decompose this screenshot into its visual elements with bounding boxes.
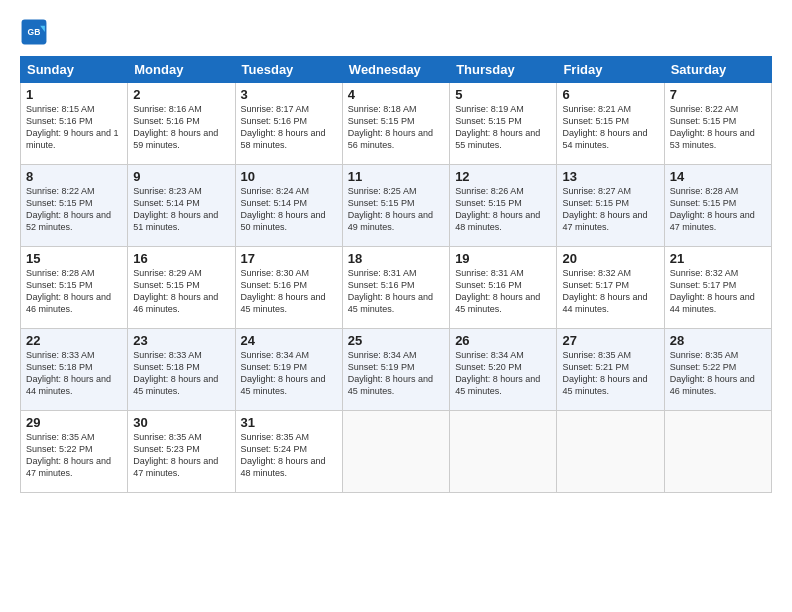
day-cell: 14 Sunrise: 8:28 AMSunset: 5:15 PMDaylig… [664, 165, 771, 247]
day-info: Sunrise: 8:35 AMSunset: 5:22 PMDaylight:… [26, 431, 122, 480]
day-info: Sunrise: 8:32 AMSunset: 5:17 PMDaylight:… [670, 267, 766, 316]
day-info: Sunrise: 8:19 AMSunset: 5:15 PMDaylight:… [455, 103, 551, 152]
day-number: 4 [348, 87, 444, 102]
day-number: 12 [455, 169, 551, 184]
day-info: Sunrise: 8:34 AMSunset: 5:19 PMDaylight:… [348, 349, 444, 398]
day-info: Sunrise: 8:32 AMSunset: 5:17 PMDaylight:… [562, 267, 658, 316]
day-cell: 24 Sunrise: 8:34 AMSunset: 5:19 PMDaylig… [235, 329, 342, 411]
day-info: Sunrise: 8:35 AMSunset: 5:22 PMDaylight:… [670, 349, 766, 398]
logo: GB [20, 18, 52, 46]
day-number: 14 [670, 169, 766, 184]
day-cell: 15 Sunrise: 8:28 AMSunset: 5:15 PMDaylig… [21, 247, 128, 329]
week-row-1: 1 Sunrise: 8:15 AMSunset: 5:16 PMDayligh… [21, 83, 772, 165]
day-number: 22 [26, 333, 122, 348]
day-number: 3 [241, 87, 337, 102]
day-number: 25 [348, 333, 444, 348]
day-info: Sunrise: 8:25 AMSunset: 5:15 PMDaylight:… [348, 185, 444, 234]
day-number: 21 [670, 251, 766, 266]
day-cell: 25 Sunrise: 8:34 AMSunset: 5:19 PMDaylig… [342, 329, 449, 411]
day-cell [450, 411, 557, 493]
week-row-2: 8 Sunrise: 8:22 AMSunset: 5:15 PMDayligh… [21, 165, 772, 247]
day-info: Sunrise: 8:24 AMSunset: 5:14 PMDaylight:… [241, 185, 337, 234]
day-cell: 23 Sunrise: 8:33 AMSunset: 5:18 PMDaylig… [128, 329, 235, 411]
day-info: Sunrise: 8:29 AMSunset: 5:15 PMDaylight:… [133, 267, 229, 316]
day-number: 16 [133, 251, 229, 266]
day-number: 24 [241, 333, 337, 348]
day-number: 29 [26, 415, 122, 430]
header: GB [20, 18, 772, 46]
header-cell-wednesday: Wednesday [342, 57, 449, 83]
day-info: Sunrise: 8:28 AMSunset: 5:15 PMDaylight:… [670, 185, 766, 234]
header-cell-tuesday: Tuesday [235, 57, 342, 83]
day-info: Sunrise: 8:27 AMSunset: 5:15 PMDaylight:… [562, 185, 658, 234]
day-cell: 29 Sunrise: 8:35 AMSunset: 5:22 PMDaylig… [21, 411, 128, 493]
day-number: 11 [348, 169, 444, 184]
day-number: 1 [26, 87, 122, 102]
day-info: Sunrise: 8:34 AMSunset: 5:20 PMDaylight:… [455, 349, 551, 398]
week-row-4: 22 Sunrise: 8:33 AMSunset: 5:18 PMDaylig… [21, 329, 772, 411]
day-info: Sunrise: 8:22 AMSunset: 5:15 PMDaylight:… [670, 103, 766, 152]
week-row-5: 29 Sunrise: 8:35 AMSunset: 5:22 PMDaylig… [21, 411, 772, 493]
day-info: Sunrise: 8:31 AMSunset: 5:16 PMDaylight:… [348, 267, 444, 316]
day-cell [557, 411, 664, 493]
day-cell: 21 Sunrise: 8:32 AMSunset: 5:17 PMDaylig… [664, 247, 771, 329]
header-cell-sunday: Sunday [21, 57, 128, 83]
day-number: 9 [133, 169, 229, 184]
day-cell: 16 Sunrise: 8:29 AMSunset: 5:15 PMDaylig… [128, 247, 235, 329]
day-number: 20 [562, 251, 658, 266]
day-number: 15 [26, 251, 122, 266]
day-number: 13 [562, 169, 658, 184]
day-cell: 2 Sunrise: 8:16 AMSunset: 5:16 PMDayligh… [128, 83, 235, 165]
day-number: 5 [455, 87, 551, 102]
day-info: Sunrise: 8:33 AMSunset: 5:18 PMDaylight:… [133, 349, 229, 398]
day-number: 31 [241, 415, 337, 430]
day-info: Sunrise: 8:28 AMSunset: 5:15 PMDaylight:… [26, 267, 122, 316]
day-number: 2 [133, 87, 229, 102]
day-number: 28 [670, 333, 766, 348]
day-cell: 7 Sunrise: 8:22 AMSunset: 5:15 PMDayligh… [664, 83, 771, 165]
page: GB SundayMondayTuesdayWednesdayThursdayF… [0, 0, 792, 503]
day-cell [342, 411, 449, 493]
day-cell: 13 Sunrise: 8:27 AMSunset: 5:15 PMDaylig… [557, 165, 664, 247]
day-cell: 4 Sunrise: 8:18 AMSunset: 5:15 PMDayligh… [342, 83, 449, 165]
day-cell: 20 Sunrise: 8:32 AMSunset: 5:17 PMDaylig… [557, 247, 664, 329]
day-cell: 17 Sunrise: 8:30 AMSunset: 5:16 PMDaylig… [235, 247, 342, 329]
day-cell: 18 Sunrise: 8:31 AMSunset: 5:16 PMDaylig… [342, 247, 449, 329]
day-info: Sunrise: 8:18 AMSunset: 5:15 PMDaylight:… [348, 103, 444, 152]
day-info: Sunrise: 8:33 AMSunset: 5:18 PMDaylight:… [26, 349, 122, 398]
day-info: Sunrise: 8:21 AMSunset: 5:15 PMDaylight:… [562, 103, 658, 152]
day-number: 7 [670, 87, 766, 102]
day-cell: 19 Sunrise: 8:31 AMSunset: 5:16 PMDaylig… [450, 247, 557, 329]
day-info: Sunrise: 8:35 AMSunset: 5:23 PMDaylight:… [133, 431, 229, 480]
day-number: 6 [562, 87, 658, 102]
day-cell: 26 Sunrise: 8:34 AMSunset: 5:20 PMDaylig… [450, 329, 557, 411]
day-cell: 3 Sunrise: 8:17 AMSunset: 5:16 PMDayligh… [235, 83, 342, 165]
day-info: Sunrise: 8:35 AMSunset: 5:21 PMDaylight:… [562, 349, 658, 398]
day-number: 26 [455, 333, 551, 348]
day-number: 18 [348, 251, 444, 266]
svg-text:GB: GB [28, 27, 41, 37]
day-cell: 30 Sunrise: 8:35 AMSunset: 5:23 PMDaylig… [128, 411, 235, 493]
header-cell-saturday: Saturday [664, 57, 771, 83]
day-info: Sunrise: 8:17 AMSunset: 5:16 PMDaylight:… [241, 103, 337, 152]
day-info: Sunrise: 8:23 AMSunset: 5:14 PMDaylight:… [133, 185, 229, 234]
day-info: Sunrise: 8:26 AMSunset: 5:15 PMDaylight:… [455, 185, 551, 234]
day-cell: 31 Sunrise: 8:35 AMSunset: 5:24 PMDaylig… [235, 411, 342, 493]
logo-icon: GB [20, 18, 48, 46]
day-cell: 12 Sunrise: 8:26 AMSunset: 5:15 PMDaylig… [450, 165, 557, 247]
calendar-table: SundayMondayTuesdayWednesdayThursdayFrid… [20, 56, 772, 493]
day-cell: 9 Sunrise: 8:23 AMSunset: 5:14 PMDayligh… [128, 165, 235, 247]
day-cell: 8 Sunrise: 8:22 AMSunset: 5:15 PMDayligh… [21, 165, 128, 247]
week-row-3: 15 Sunrise: 8:28 AMSunset: 5:15 PMDaylig… [21, 247, 772, 329]
day-info: Sunrise: 8:15 AMSunset: 5:16 PMDaylight:… [26, 103, 122, 152]
day-number: 23 [133, 333, 229, 348]
day-cell: 1 Sunrise: 8:15 AMSunset: 5:16 PMDayligh… [21, 83, 128, 165]
day-cell [664, 411, 771, 493]
day-cell: 22 Sunrise: 8:33 AMSunset: 5:18 PMDaylig… [21, 329, 128, 411]
day-info: Sunrise: 8:35 AMSunset: 5:24 PMDaylight:… [241, 431, 337, 480]
day-cell: 6 Sunrise: 8:21 AMSunset: 5:15 PMDayligh… [557, 83, 664, 165]
header-cell-friday: Friday [557, 57, 664, 83]
day-cell: 28 Sunrise: 8:35 AMSunset: 5:22 PMDaylig… [664, 329, 771, 411]
day-number: 17 [241, 251, 337, 266]
header-cell-monday: Monday [128, 57, 235, 83]
